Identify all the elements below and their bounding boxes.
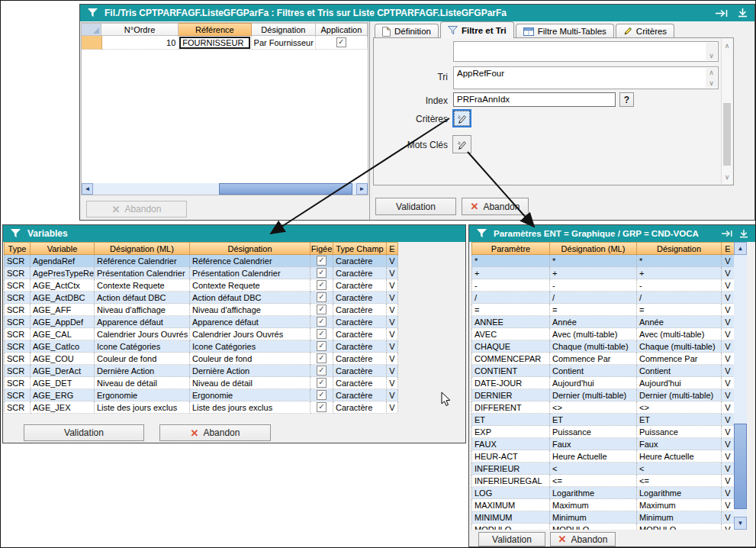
scrollbar-thumb[interactable] (219, 183, 352, 195)
checkbox-checked[interactable]: ✓ (336, 37, 346, 47)
tab-definition[interactable]: Définition (375, 24, 439, 38)
arrow-to-bar-icon[interactable] (716, 9, 729, 18)
column-header[interactable]: Désignation (190, 242, 310, 255)
scrollbar-track[interactable] (93, 183, 356, 195)
table-row[interactable]: SCRAGE_DerActDernière ActionDernière Act… (4, 365, 398, 377)
scroll-up-button[interactable]: ∧ (725, 41, 730, 50)
column-header-ordre[interactable]: N°Ordre (101, 23, 178, 36)
download-icon[interactable] (738, 8, 748, 18)
checkbox-checked[interactable]: ✓ (317, 390, 327, 400)
table-row[interactable]: CONTIENTContientContientV (471, 365, 735, 377)
table-row[interactable]: HEUR-ACTHeure ActuelleHeure ActuelleV (471, 450, 735, 463)
index-help-button[interactable]: ? (619, 92, 634, 107)
select-all-corner[interactable] (82, 23, 101, 36)
vertical-scrollbar[interactable]: ▲ ▼ (734, 242, 747, 530)
table-row[interactable]: MODULOMODULOMODULOV (471, 524, 735, 530)
checkbox-checked[interactable]: ✓ (317, 341, 327, 351)
column-header[interactable]: Désignation (637, 242, 722, 255)
table-row[interactable]: INFERIEUR<<V (471, 463, 735, 475)
table-row[interactable]: ***V (471, 255, 735, 267)
table-row[interactable]: SCRAGE_DETNiveau de détailNiveau de déta… (4, 377, 398, 389)
column-header[interactable]: Désignation (ML) (95, 242, 190, 255)
scroll-down-button[interactable]: ▼ (734, 517, 747, 530)
arrow-to-bar-icon[interactable] (722, 230, 733, 237)
column-header[interactable]: E (387, 242, 398, 255)
table-row[interactable]: SCRAGE_ActCtxContexte RequeteContexte Re… (4, 279, 398, 292)
tri-field[interactable]: AppRefFour ∧∨ (453, 66, 719, 89)
reference-edit-field[interactable]: FOURNISSEUR (179, 37, 249, 49)
table-row[interactable]: SCRAGE_CatIcoIcone CatégoriesIcone Catég… (4, 340, 398, 353)
table-row[interactable]: ///V (471, 292, 735, 304)
validation-button[interactable]: Validation (375, 198, 456, 215)
scrollbar-thumb[interactable] (734, 424, 747, 509)
table-row[interactable]: ---V (471, 279, 735, 292)
table-row[interactable]: 10 FOURNISSEUR Par Fournisseur ✓ (82, 36, 368, 50)
checkbox-checked[interactable]: ✓ (317, 292, 327, 302)
table-row[interactable]: COMMENCEPARCommence ParCommence ParV (471, 353, 735, 365)
column-header[interactable]: Type (4, 242, 31, 255)
column-header[interactable]: Figée (310, 242, 333, 255)
checkbox-checked[interactable]: ✓ (317, 353, 327, 363)
index-field[interactable]: PRFraAnnIdx (453, 92, 616, 107)
checkbox-checked[interactable]: ✓ (317, 280, 327, 290)
table-row[interactable]: ETETETV (471, 414, 735, 426)
table-row[interactable]: ANNEEAnnéeAnnéeV (471, 316, 735, 328)
scrollbar-thumb[interactable] (723, 103, 731, 166)
checkbox-checked[interactable]: ✓ (317, 317, 327, 327)
table-row[interactable]: SCRAgePresTypeRefPrésentation Calendrier… (4, 267, 398, 279)
variables-window-titlebar[interactable]: Variables (3, 225, 465, 242)
filter-window-titlebar[interactable]: Fil./Tris CPTPARFAGF.ListeGFGParFa : Fil… (80, 5, 754, 21)
column-header-reference[interactable]: Référence (179, 23, 252, 36)
table-row[interactable]: SCRAGE_AFFNiveau d'affichageNiveau d'aff… (4, 304, 398, 316)
table-row[interactable]: SCRAgendaRefRéférence CalendrierRéférenc… (4, 255, 398, 267)
table-row[interactable]: CHAQUEChaque (multi-table)Chaque (multi-… (471, 340, 735, 353)
checkbox-checked[interactable]: ✓ (317, 402, 327, 412)
abandon-left-button[interactable]: ✕ Abandon (86, 201, 187, 218)
combo-dropdown-button[interactable]: ∨ (706, 43, 717, 60)
checkbox-checked[interactable]: ✓ (317, 305, 327, 314)
filtre-combo-field[interactable]: ∨ (453, 41, 719, 62)
table-row[interactable]: ===V (471, 304, 735, 316)
mots-cles-edit-button[interactable] (452, 135, 471, 153)
table-row[interactable]: LOGLogarithmeLogarithmeV (471, 487, 735, 499)
validation-button[interactable]: Validation (24, 424, 144, 441)
table-row[interactable]: +++V (471, 267, 735, 279)
tab-filtre-et-tri[interactable]: Filtre et Tri (440, 21, 514, 38)
validation-button[interactable]: Validation (478, 532, 545, 546)
tab-filtre-multi-tables[interactable]: Filtre Multi-Tables (516, 24, 614, 38)
tab-criteres[interactable]: Critères (616, 24, 674, 38)
table-row[interactable]: AVECAvec (multi-table)Avec (multi-table)… (471, 328, 735, 340)
table-row[interactable]: SCRAGE_COUCouleur de fondCouleur de fond… (4, 353, 398, 365)
table-row[interactable]: INFERIEUREGAL<=<=V (471, 475, 735, 487)
table-row[interactable]: SCRAGE_ActDBCAction défaut DBCAction déf… (4, 292, 398, 304)
tri-spinner[interactable]: ∧∨ (706, 68, 717, 88)
row-marker[interactable] (82, 36, 102, 50)
scroll-down-button[interactable]: ∨ (725, 172, 730, 182)
abandon-button[interactable]: ✕ Abandon (159, 424, 271, 441)
checkbox-checked[interactable]: ✓ (317, 366, 327, 376)
column-header[interactable]: Paramètre (471, 242, 550, 255)
criteres-edit-button[interactable] (452, 109, 471, 127)
table-row[interactable]: MINIMUMMinimumMinimumV (471, 511, 735, 524)
column-header[interactable]: Variable (31, 242, 95, 255)
scroll-up-button[interactable]: ▲ (734, 242, 747, 255)
table-row[interactable]: SCRAGE_ERGErgonomieErgonomie✓CaractèreV (4, 389, 398, 401)
checkbox-checked[interactable]: ✓ (317, 329, 327, 339)
table-row[interactable]: EXPPuissancePuissanceV (471, 426, 735, 438)
scroll-right-button[interactable]: ► (356, 183, 368, 195)
abandon-button[interactable]: ✕ Abandon (550, 532, 616, 546)
checkbox-checked[interactable]: ✓ (317, 268, 327, 278)
checkbox-checked[interactable]: ✓ (317, 256, 327, 266)
horizontal-scrollbar[interactable]: ◄ ► (82, 183, 368, 195)
table-row[interactable]: MAXIMUMMaximumMaximumV (471, 499, 735, 511)
table-row[interactable]: DERNIERDernier (multi-table)Dernier (mul… (471, 389, 735, 401)
checkbox-checked[interactable]: ✓ (317, 378, 327, 388)
column-header[interactable]: E (722, 242, 735, 255)
column-header[interactable]: Type Champ (333, 242, 387, 255)
table-row[interactable]: DIFFERENT<><>V (471, 401, 735, 414)
download-icon[interactable] (739, 230, 748, 238)
column-header[interactable]: Désignation (ML) (550, 242, 637, 255)
column-header-designation[interactable]: Désignation (252, 23, 316, 36)
scrollbar-track[interactable] (734, 255, 747, 517)
column-header-application[interactable]: Application (316, 23, 368, 36)
